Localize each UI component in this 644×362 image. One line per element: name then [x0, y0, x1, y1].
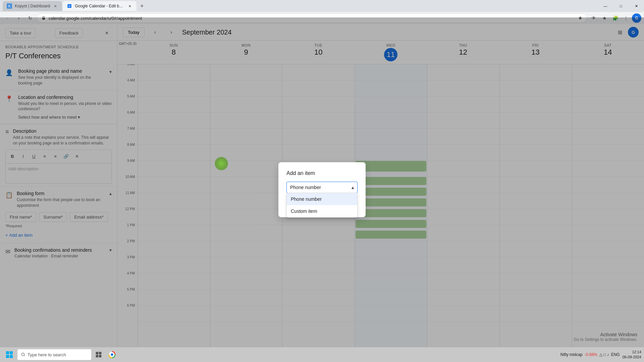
systray: Nifty midcap -0.88% △ □ ♪ ENG	[560, 352, 620, 357]
svg-rect-3	[6, 351, 9, 354]
window-controls: — □ ✕	[598, 0, 644, 12]
svg-rect-5	[6, 355, 9, 358]
close-button[interactable]: ✕	[629, 0, 644, 12]
taskbar-chrome-icon[interactable]	[106, 349, 118, 361]
dropdown-open: Phone number Custom item	[286, 193, 358, 218]
start-button[interactable]	[3, 348, 16, 361]
taskbar-right: Nifty midcap -0.88% △ □ ♪ ENG 12:14 06-0…	[560, 350, 641, 360]
svg-rect-11	[99, 355, 102, 358]
tab-bar: K Kopyst | Dashboard ✕ G Google Calendar…	[0, 0, 644, 12]
svg-rect-9	[99, 352, 102, 355]
taskbar-search-text: Type here to search	[28, 352, 66, 357]
search-icon	[21, 352, 25, 357]
svg-point-7	[21, 353, 24, 356]
windows-icon	[6, 351, 13, 358]
taskview-button[interactable]	[93, 349, 105, 361]
modal-overlay[interactable]: Add an item Phone number Custom item ▲ P…	[0, 17, 644, 362]
lang-label: ENG	[611, 352, 620, 357]
taskbar: Type here to search Nifty midcap -0.88% …	[0, 347, 644, 362]
tab-google-calendar-close[interactable]: ✕	[127, 3, 132, 9]
new-tab-button[interactable]: +	[137, 1, 147, 11]
svg-text:G: G	[69, 5, 70, 7]
nifty-val: -0.88%	[585, 352, 597, 357]
nifty-midcap: Nifty midcap	[560, 352, 583, 357]
dropdown-item-custom[interactable]: Custom item	[287, 205, 357, 217]
minimize-button[interactable]: —	[598, 0, 613, 12]
taskbar-datetime: 12:14 06-09-2024	[623, 350, 641, 360]
svg-point-13	[111, 353, 113, 356]
svg-rect-6	[10, 355, 13, 358]
svg-rect-10	[96, 355, 99, 358]
tab-google-calendar-title: Google Calendar - Edit bookab...	[75, 4, 124, 8]
tab-kopyst-close[interactable]: ✕	[53, 3, 58, 9]
add-item-modal: Add an item Phone number Custom item ▲ P…	[278, 162, 366, 217]
taskbar-search[interactable]: Type here to search	[17, 349, 91, 360]
dropdown-item-phone[interactable]: Phone number	[287, 193, 357, 205]
modal-title: Add an item	[286, 170, 358, 176]
systray-icons: △ □ ♪	[599, 352, 609, 357]
tab-google-calendar[interactable]: G Google Calendar - Edit bookab... ✕	[63, 1, 137, 11]
maximize-button[interactable]: □	[613, 0, 629, 12]
svg-rect-8	[96, 352, 99, 355]
item-type-select[interactable]: Phone number Custom item	[286, 182, 358, 193]
svg-rect-4	[10, 351, 13, 354]
tab-kopyst-title: Kopyst | Dashboard	[15, 4, 50, 8]
modal-select-wrapper: Phone number Custom item ▲ Phone number …	[286, 182, 358, 193]
tab-kopyst[interactable]: K Kopyst | Dashboard ✕	[3, 1, 62, 11]
taskbar-time: 12:14	[623, 350, 641, 355]
taskbar-date: 06-09-2024	[623, 355, 641, 360]
